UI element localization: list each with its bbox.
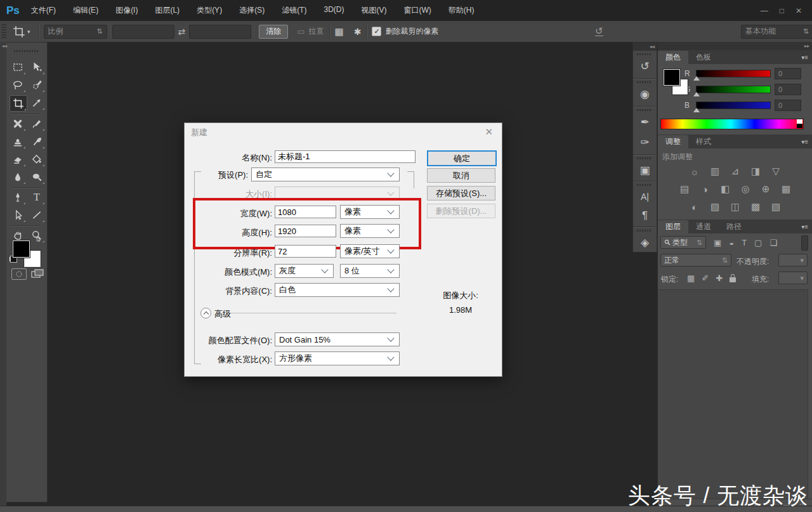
filter-type-icon[interactable]: T — [742, 238, 747, 247]
layer-filter-type-dropdown[interactable]: 类型 ⇅ — [660, 236, 706, 249]
color-spectrum-ramp[interactable] — [660, 119, 804, 129]
character-panel-icon[interactable]: A| — [633, 187, 657, 206]
color-profile-dropdown[interactable]: Dot Gain 15% — [275, 332, 400, 346]
black-white-icon[interactable]: ◧ — [717, 183, 733, 195]
resolution-input[interactable] — [275, 245, 336, 258]
rectangular-marquee-tool[interactable] — [10, 60, 26, 75]
crop-overlay-grid-icon[interactable]: ▦ — [335, 26, 344, 37]
paint-bucket-tool[interactable] — [29, 152, 45, 167]
crop-height-input[interactable] — [189, 25, 251, 39]
lock-all-icon[interactable] — [730, 277, 736, 282]
blur-tool[interactable] — [10, 169, 26, 185]
hue-saturation-icon[interactable]: ▤ — [676, 183, 693, 195]
tab-layers[interactable]: 图层 — [658, 220, 688, 233]
preset-dropdown[interactable]: 自定 — [251, 167, 400, 181]
brush-panel-icon[interactable]: ✒ — [633, 112, 657, 131]
color-lookup-icon[interactable]: ▦ — [778, 183, 794, 195]
pen-tool[interactable] — [10, 190, 26, 205]
invert-icon[interactable]: ◐ — [686, 200, 703, 213]
workspace-dropdown[interactable]: 基本功能 ⇅ — [741, 25, 812, 39]
path-selection-tool[interactable] — [10, 207, 26, 223]
swap-dimensions-icon[interactable]: ⇄ — [178, 27, 186, 37]
screen-mode-button[interactable] — [30, 268, 44, 279]
lasso-tool[interactable] — [10, 77, 26, 93]
gradient-map-icon[interactable]: ▩ — [747, 200, 764, 213]
green-value[interactable]: 0 — [775, 84, 801, 95]
opacity-dropdown[interactable]: ▾ — [778, 254, 808, 266]
expand-panels-icon[interactable]: ▸▸ — [658, 42, 812, 50]
save-preset-button[interactable]: 存储预设(S)... — [427, 186, 495, 200]
properties-panel-icon[interactable]: ◉ — [633, 84, 657, 103]
exposure-icon[interactable]: ◨ — [747, 165, 764, 178]
eraser-tool[interactable] — [10, 152, 26, 167]
levels-icon[interactable]: ▥ — [707, 165, 723, 178]
channel-mixer-icon[interactable]: ⊕ — [757, 183, 774, 195]
lock-image-icon[interactable]: ✐ — [702, 273, 709, 283]
height-input[interactable] — [275, 225, 336, 237]
crop-settings-gear-icon[interactable]: ✱ — [354, 27, 362, 37]
minimize-button[interactable]: — — [761, 6, 768, 15]
spectrum-black-cap[interactable] — [797, 124, 802, 128]
blue-slider[interactable] — [696, 102, 771, 109]
fg-color-swatch[interactable] — [664, 69, 680, 86]
3d-panel-icon[interactable]: ◈ — [633, 233, 657, 252]
pixel-aspect-dropdown[interactable]: 方形像素 — [275, 351, 400, 365]
brush-presets-panel-icon[interactable]: ✑ — [633, 133, 657, 152]
history-panel-icon[interactable]: ↺ — [633, 56, 657, 75]
menu-help[interactable]: 帮助(H) — [449, 5, 475, 16]
filter-image-icon[interactable]: ▣ — [714, 238, 721, 247]
red-value[interactable]: 0 — [775, 68, 801, 79]
menu-layer[interactable]: 图层(L) — [155, 5, 180, 16]
fill-dropdown[interactable]: ▾ — [778, 272, 808, 284]
curves-icon[interactable]: ⊿ — [727, 165, 743, 178]
layer-list[interactable] — [658, 289, 808, 499]
green-slider-thumb[interactable] — [693, 92, 700, 96]
filter-shape-icon[interactable]: ▢ — [754, 238, 762, 247]
menu-file[interactable]: 文件(F) — [31, 5, 56, 16]
menu-image[interactable]: 图像(I) — [115, 5, 138, 16]
panel-menu-icon[interactable]: ▾≡ — [801, 221, 808, 233]
menu-select[interactable]: 选择(S) — [239, 5, 265, 16]
close-button[interactable]: ✕ — [796, 6, 802, 15]
delete-cropped-checkbox[interactable]: ✓ — [372, 27, 381, 36]
crop-ratio-dropdown[interactable]: 比例 ⇅ — [44, 25, 107, 39]
width-unit-dropdown[interactable]: 像素 — [340, 205, 400, 219]
red-slider[interactable] — [696, 70, 771, 77]
menu-view[interactable]: 视图(V) — [361, 5, 386, 16]
filter-adjustment-icon[interactable]: ◒ — [729, 238, 734, 247]
panel-menu-icon[interactable]: ▾≡ — [801, 136, 808, 148]
crop-width-input[interactable] — [112, 25, 174, 39]
eyedropper-tool[interactable] — [29, 95, 45, 110]
height-unit-dropdown[interactable]: 像素 — [340, 224, 400, 238]
blend-mode-dropdown[interactable]: 正常 ⇅ — [660, 254, 731, 266]
collapse-tools-icon[interactable]: ◂◂ — [2, 43, 7, 49]
straighten-button[interactable]: 拉直 — [309, 26, 324, 37]
type-tool[interactable]: T — [29, 190, 45, 205]
history-brush-tool[interactable] — [29, 134, 45, 149]
advanced-collapse-button[interactable] — [200, 308, 211, 318]
menu-filter[interactable]: 滤镜(T) — [282, 5, 306, 16]
tab-styles[interactable]: 样式 — [688, 135, 719, 148]
maximize-button[interactable]: □ — [780, 6, 784, 15]
menu-type[interactable]: 类型(Y) — [197, 5, 222, 16]
width-input[interactable] — [275, 206, 336, 218]
reset-tool-icon[interactable]: ↺ — [595, 27, 603, 36]
quick-mask-button[interactable] — [11, 268, 27, 280]
color-mode-dropdown[interactable]: 灰度 — [275, 264, 334, 278]
bit-depth-dropdown[interactable]: 8 位 — [340, 264, 400, 278]
clone-source-panel-icon[interactable]: ▣ — [633, 161, 657, 180]
green-slider[interactable] — [696, 86, 771, 93]
menu-window[interactable]: 窗口(W) — [403, 5, 431, 16]
menu-3d[interactable]: 3D(D) — [324, 5, 344, 16]
posterize-icon[interactable]: ▨ — [707, 200, 723, 213]
line-shape-tool[interactable] — [29, 207, 45, 223]
paragraph-panel-icon[interactable]: ¶ — [633, 206, 657, 225]
clear-button[interactable]: 清除 — [259, 25, 288, 39]
lock-transparency-icon[interactable]: ▦ — [687, 273, 695, 283]
tab-adjustments[interactable]: 调整 — [658, 135, 688, 148]
panel-menu-icon[interactable]: ▾≡ — [801, 51, 808, 64]
crop-tool-preset-icon[interactable]: ▾ — [13, 25, 30, 38]
menu-edit[interactable]: 编辑(E) — [73, 5, 98, 16]
tab-color[interactable]: 颜色 — [658, 51, 688, 64]
quick-selection-tool[interactable] — [29, 77, 45, 93]
